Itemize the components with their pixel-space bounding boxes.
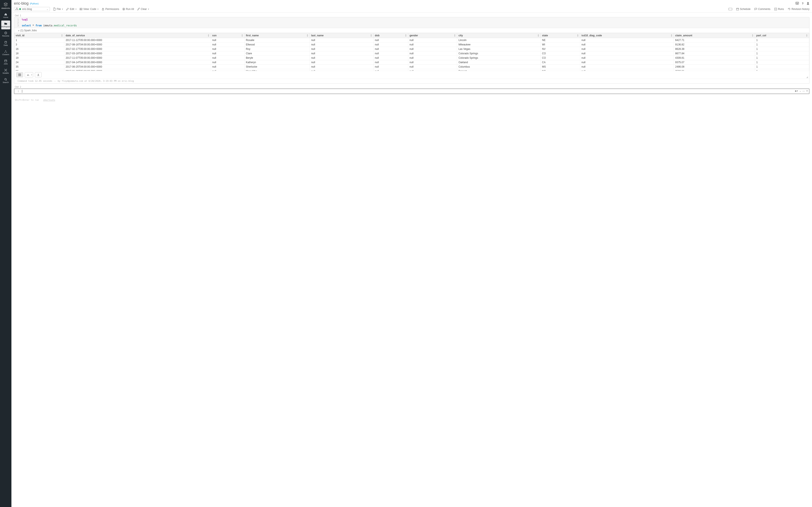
chart-view-button[interactable] <box>25 72 33 77</box>
runs-button[interactable]: Runs <box>774 8 784 11</box>
permissions-button[interactable]: Permissions <box>101 8 119 11</box>
table-cell: null <box>580 43 674 47</box>
sidebar-item-clusters[interactable]: Clusters <box>1 48 10 57</box>
shortcuts-link[interactable]: shortcuts <box>43 99 55 101</box>
search-icon <box>4 78 7 81</box>
table-cell: null <box>373 51 408 56</box>
table-cell: 2017-06-25T04:00:00.000+0000 <box>64 65 211 69</box>
column-header[interactable]: visit_id▲▼ <box>14 33 64 38</box>
sidebar-item-home[interactable]: Home <box>1 11 10 20</box>
run-cell-button[interactable]: ▶▾ <box>795 90 798 92</box>
table-row[interactable]: 182017-03-18T04:00:00.000+0000nullClaren… <box>14 51 809 56</box>
svg-point-13 <box>807 2 808 3</box>
svg-rect-14 <box>16 8 17 8</box>
table-cell: CO <box>541 51 580 56</box>
table-row[interactable]: 12017-11-12T05:00:00.000+0000nullRosalie… <box>14 38 809 43</box>
spark-jobs-toggle[interactable]: (1) Spark Jobs <box>14 28 809 33</box>
svg-rect-19 <box>102 9 104 10</box>
code-editor[interactable]: 1 <box>14 89 809 94</box>
table-cell: Clare <box>245 51 310 56</box>
table-cell: 1 <box>755 69 809 71</box>
code-editor[interactable]: 123 %sql select * from immuta.medical_re… <box>14 17 809 28</box>
help-icon[interactable]: ? <box>802 2 804 5</box>
user-icon[interactable] <box>807 2 809 5</box>
toolbar: eric-blog ⌄ File▾ Edit▾ View: Code▾ Perm… <box>11 6 812 13</box>
table-row[interactable]: 192017-11-07T05:00:00.000+0000nullBeryle… <box>14 56 809 60</box>
table-view-button[interactable] <box>16 72 23 77</box>
sidebar-item-data[interactable]: Data <box>1 39 10 48</box>
table-row[interactable]: 352017-06-25T04:00:00.000+0000nullSherlo… <box>14 65 809 69</box>
sidebar-item-search[interactable]: Search <box>1 76 10 85</box>
cell-chevron-down-icon[interactable]: ⌄ <box>799 90 801 92</box>
table-cell: null <box>310 47 373 51</box>
table-row[interactable]: 32017-08-16T04:00:00.000+0000nullEllwood… <box>14 43 809 47</box>
table-row[interactable]: 162017-02-17T05:00:00.000+0000nullRoynul… <box>14 47 809 51</box>
command-status: Command took 12.05 seconds -- by floyd@i… <box>14 79 809 83</box>
table-cell: 2017-11-12T05:00:00.000+0000 <box>64 38 211 43</box>
table-row[interactable]: 242017-04-14T04:00:00.000+0000nullKather… <box>14 60 809 65</box>
column-header[interactable]: first_name▲▼ <box>245 33 310 38</box>
resize-handle-icon[interactable]: ◢ <box>806 76 808 78</box>
svg-rect-15 <box>16 9 16 10</box>
minimize-cell-button[interactable]: — <box>803 90 805 92</box>
column-header[interactable]: gender▲▼ <box>408 33 457 38</box>
revision-history-button[interactable]: Revision history <box>788 8 809 11</box>
column-header[interactable]: date_of_service▲▼ <box>64 33 211 38</box>
logo[interactable]: databricks <box>1 1 10 11</box>
sidebar-item-recents[interactable]: Recents <box>1 30 10 39</box>
sidebar-item-workspace[interactable]: Workspace <box>1 20 10 30</box>
table-cell: Milwaukee <box>457 43 541 47</box>
table-row[interactable]: 362017-01-29T05:00:00.000+0000nullMeredi… <box>14 69 809 71</box>
column-header[interactable]: claim_amount▲▼ <box>674 33 755 38</box>
table-cell: 1 <box>755 60 809 65</box>
close-cell-button[interactable]: ✕ <box>806 90 808 92</box>
view-menu[interactable]: View: Code▾ <box>80 8 99 11</box>
table-cell: 18 <box>14 51 64 56</box>
svg-point-2 <box>5 50 6 51</box>
svg-rect-16 <box>17 9 18 10</box>
notebook-language[interactable]: (Python) <box>30 2 39 5</box>
table-cell: Katheryn <box>245 60 310 65</box>
table-cell: 3 <box>14 43 64 47</box>
comments-button[interactable]: Comments <box>754 8 770 11</box>
table-cell: 36 <box>14 69 64 71</box>
file-menu[interactable]: File▾ <box>53 8 63 11</box>
clear-menu[interactable]: Clear▾ <box>137 8 149 11</box>
column-header[interactable]: state▲▼ <box>541 33 580 38</box>
grid-icon <box>18 73 21 76</box>
run-all-button[interactable]: Run All <box>122 8 134 11</box>
databricks-logo-icon <box>3 2 8 7</box>
folder-icon <box>4 22 7 25</box>
keyboard-shortcuts-icon[interactable] <box>728 8 732 11</box>
column-header[interactable]: dob▲▼ <box>373 33 408 38</box>
sidebar-item-models[interactable]: Models <box>1 67 10 76</box>
table-cell: null <box>211 43 245 47</box>
table-cell: null <box>408 65 457 69</box>
schedule-button[interactable]: Schedule <box>736 8 751 11</box>
download-button[interactable] <box>35 72 42 77</box>
keyboard-icon[interactable] <box>796 2 799 5</box>
table-cell: Rosalie <box>245 38 310 43</box>
svg-rect-25 <box>27 75 28 76</box>
table-cell: null <box>211 51 245 56</box>
column-header[interactable]: part_col▲▼ <box>755 33 809 38</box>
cluster-attach-dropdown[interactable]: eric-blog ⌄ <box>14 7 50 11</box>
table-cell: WI <box>541 43 580 47</box>
table-cell: 1 <box>755 38 809 43</box>
table-cell: CA <box>541 60 580 65</box>
column-header[interactable]: city▲▼ <box>457 33 541 38</box>
column-header[interactable]: ssn▲▼ <box>211 33 245 38</box>
edit-menu[interactable]: Edit▾ <box>66 8 77 11</box>
column-header[interactable]: last_name▲▼ <box>310 33 373 38</box>
table-cell: null <box>373 60 408 65</box>
table-cell: null <box>580 56 674 60</box>
sidebar-item-jobs[interactable]: Jobs <box>1 58 10 66</box>
table-cell: Roy <box>245 47 310 51</box>
table-cell: 2486.08 <box>674 65 755 69</box>
notebook-title[interactable]: eric-blog <box>14 1 29 6</box>
table-cell: null <box>310 51 373 56</box>
sidebar-item-label: Clusters <box>2 53 9 56</box>
play-circle-icon <box>122 8 125 11</box>
table-cell: null <box>408 60 457 65</box>
column-header[interactable]: icd10_diag_code▲▼ <box>580 33 674 38</box>
